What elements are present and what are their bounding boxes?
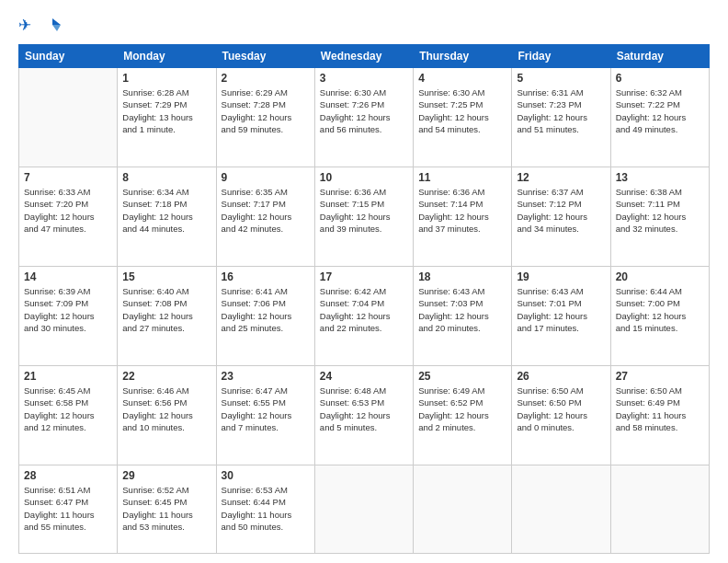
svg-marker-1 (52, 18, 61, 25)
day-info: Sunrise: 6:30 AM Sunset: 7:26 PM Dayligh… (320, 86, 408, 135)
day-info: Sunrise: 6:41 AM Sunset: 7:06 PM Dayligh… (222, 285, 310, 334)
day-info: Sunrise: 6:44 AM Sunset: 7:00 PM Dayligh… (616, 285, 704, 334)
calendar-cell (314, 465, 413, 554)
day-info: Sunrise: 6:38 AM Sunset: 7:11 PM Dayligh… (616, 186, 704, 235)
day-info: Sunrise: 6:35 AM Sunset: 7:17 PM Dayligh… (222, 186, 310, 235)
day-number: 27 (616, 370, 704, 383)
day-number: 19 (517, 270, 605, 283)
day-number: 6 (616, 72, 704, 85)
calendar-cell: 25Sunrise: 6:49 AM Sunset: 6:52 PM Dayli… (414, 366, 512, 465)
day-info: Sunrise: 6:28 AM Sunset: 7:29 PM Dayligh… (122, 86, 210, 135)
logo: ✈ (18, 15, 61, 35)
calendar-header-friday: Friday (512, 45, 610, 68)
calendar-cell: 7Sunrise: 6:33 AM Sunset: 7:20 PM Daylig… (19, 167, 118, 267)
calendar-cell: 22Sunrise: 6:46 AM Sunset: 6:56 PM Dayli… (118, 366, 216, 465)
calendar-cell: 20Sunrise: 6:44 AM Sunset: 7:00 PM Dayli… (610, 267, 709, 366)
calendar-cell: 16Sunrise: 6:41 AM Sunset: 7:06 PM Dayli… (216, 267, 314, 366)
day-info: Sunrise: 6:53 AM Sunset: 6:44 PM Dayligh… (222, 484, 310, 533)
day-number: 29 (122, 469, 210, 482)
day-number: 2 (222, 72, 310, 85)
calendar-cell: 1Sunrise: 6:28 AM Sunset: 7:29 PM Daylig… (118, 68, 216, 167)
day-number: 8 (122, 171, 210, 184)
calendar-cell: 29Sunrise: 6:52 AM Sunset: 6:45 PM Dayli… (118, 465, 216, 554)
day-info: Sunrise: 6:29 AM Sunset: 7:28 PM Dayligh… (222, 86, 310, 135)
day-info: Sunrise: 6:31 AM Sunset: 7:23 PM Dayligh… (517, 86, 605, 135)
day-info: Sunrise: 6:46 AM Sunset: 6:56 PM Dayligh… (122, 385, 210, 433)
day-info: Sunrise: 6:48 AM Sunset: 6:53 PM Dayligh… (320, 385, 408, 433)
day-info: Sunrise: 6:43 AM Sunset: 7:01 PM Dayligh… (517, 285, 605, 334)
calendar-header-monday: Monday (118, 45, 216, 68)
day-number: 15 (122, 270, 210, 283)
calendar-header-thursday: Thursday (414, 45, 512, 68)
calendar-week-2: 7Sunrise: 6:33 AM Sunset: 7:20 PM Daylig… (19, 167, 710, 267)
calendar-header-row: SundayMondayTuesdayWednesdayThursdayFrid… (19, 45, 710, 68)
header: ✈ (18, 15, 710, 35)
day-number: 13 (616, 171, 704, 184)
day-info: Sunrise: 6:42 AM Sunset: 7:04 PM Dayligh… (320, 285, 408, 334)
calendar-cell: 21Sunrise: 6:45 AM Sunset: 6:58 PM Dayli… (19, 366, 118, 465)
svg-text:✈: ✈ (18, 17, 31, 33)
calendar-cell: 28Sunrise: 6:51 AM Sunset: 6:47 PM Dayli… (19, 465, 118, 554)
calendar-cell: 15Sunrise: 6:40 AM Sunset: 7:08 PM Dayli… (118, 267, 216, 366)
day-info: Sunrise: 6:30 AM Sunset: 7:25 PM Dayligh… (418, 86, 506, 135)
calendar-cell (512, 465, 610, 554)
calendar-header-sunday: Sunday (19, 45, 118, 68)
calendar-cell: 2Sunrise: 6:29 AM Sunset: 7:28 PM Daylig… (216, 68, 314, 167)
calendar-cell: 9Sunrise: 6:35 AM Sunset: 7:17 PM Daylig… (216, 167, 314, 267)
logo-icon: ✈ (18, 15, 39, 35)
calendar-week-5: 28Sunrise: 6:51 AM Sunset: 6:47 PM Dayli… (19, 465, 710, 554)
calendar-header-wednesday: Wednesday (314, 45, 413, 68)
day-number: 9 (222, 171, 310, 184)
calendar-cell: 23Sunrise: 6:47 AM Sunset: 6:55 PM Dayli… (216, 366, 314, 465)
day-number: 30 (222, 469, 310, 482)
day-info: Sunrise: 6:52 AM Sunset: 6:45 PM Dayligh… (122, 484, 210, 533)
day-number: 12 (517, 171, 605, 184)
day-number: 26 (517, 370, 605, 383)
calendar-cell: 5Sunrise: 6:31 AM Sunset: 7:23 PM Daylig… (512, 68, 610, 167)
calendar-header-tuesday: Tuesday (216, 45, 314, 68)
svg-marker-2 (52, 25, 61, 31)
day-number: 1 (122, 72, 210, 85)
day-number: 11 (418, 171, 506, 184)
day-number: 18 (418, 270, 506, 283)
calendar-cell: 14Sunrise: 6:39 AM Sunset: 7:09 PM Dayli… (19, 267, 118, 366)
day-number: 4 (418, 72, 506, 85)
calendar-week-4: 21Sunrise: 6:45 AM Sunset: 6:58 PM Dayli… (19, 366, 710, 465)
day-info: Sunrise: 6:40 AM Sunset: 7:08 PM Dayligh… (122, 285, 210, 334)
logo-bird-icon (44, 17, 61, 33)
calendar-cell: 26Sunrise: 6:50 AM Sunset: 6:50 PM Dayli… (512, 366, 610, 465)
day-info: Sunrise: 6:37 AM Sunset: 7:12 PM Dayligh… (517, 186, 605, 235)
calendar-cell: 13Sunrise: 6:38 AM Sunset: 7:11 PM Dayli… (610, 167, 709, 267)
calendar-cell: 6Sunrise: 6:32 AM Sunset: 7:22 PM Daylig… (610, 68, 709, 167)
day-info: Sunrise: 6:51 AM Sunset: 6:47 PM Dayligh… (24, 484, 112, 533)
day-number: 22 (122, 370, 210, 383)
day-number: 5 (517, 72, 605, 85)
calendar-cell: 3Sunrise: 6:30 AM Sunset: 7:26 PM Daylig… (314, 68, 413, 167)
day-info: Sunrise: 6:39 AM Sunset: 7:09 PM Dayligh… (24, 285, 112, 334)
calendar-cell: 8Sunrise: 6:34 AM Sunset: 7:18 PM Daylig… (118, 167, 216, 267)
day-info: Sunrise: 6:36 AM Sunset: 7:14 PM Dayligh… (418, 186, 506, 235)
day-info: Sunrise: 6:45 AM Sunset: 6:58 PM Dayligh… (24, 385, 112, 433)
calendar-cell (414, 465, 512, 554)
day-number: 23 (222, 370, 310, 383)
day-number: 14 (24, 270, 112, 283)
day-info: Sunrise: 6:50 AM Sunset: 6:50 PM Dayligh… (517, 385, 605, 433)
calendar-cell: 30Sunrise: 6:53 AM Sunset: 6:44 PM Dayli… (216, 465, 314, 554)
calendar-week-3: 14Sunrise: 6:39 AM Sunset: 7:09 PM Dayli… (19, 267, 710, 366)
day-number: 28 (24, 469, 112, 482)
day-number: 16 (222, 270, 310, 283)
calendar-cell: 24Sunrise: 6:48 AM Sunset: 6:53 PM Dayli… (314, 366, 413, 465)
day-info: Sunrise: 6:34 AM Sunset: 7:18 PM Dayligh… (122, 186, 210, 235)
day-number: 20 (616, 270, 704, 283)
day-info: Sunrise: 6:43 AM Sunset: 7:03 PM Dayligh… (418, 285, 506, 334)
day-info: Sunrise: 6:32 AM Sunset: 7:22 PM Dayligh… (616, 86, 704, 135)
day-number: 10 (320, 171, 408, 184)
day-info: Sunrise: 6:33 AM Sunset: 7:20 PM Dayligh… (24, 186, 112, 235)
day-info: Sunrise: 6:49 AM Sunset: 6:52 PM Dayligh… (418, 385, 506, 433)
calendar-cell: 18Sunrise: 6:43 AM Sunset: 7:03 PM Dayli… (414, 267, 512, 366)
day-info: Sunrise: 6:36 AM Sunset: 7:15 PM Dayligh… (320, 186, 408, 235)
day-number: 17 (320, 270, 408, 283)
calendar-cell: 11Sunrise: 6:36 AM Sunset: 7:14 PM Dayli… (414, 167, 512, 267)
calendar-header-saturday: Saturday (610, 45, 709, 68)
day-number: 7 (24, 171, 112, 184)
